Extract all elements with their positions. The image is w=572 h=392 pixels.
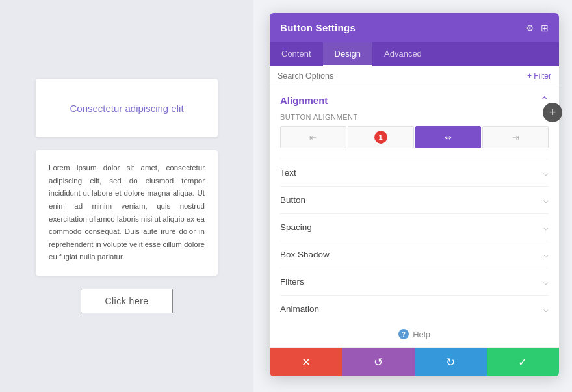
- search-bar: + Filter: [270, 66, 559, 86]
- button-settings-panel: Button Settings ⚙ ⊞ Content Design Advan…: [270, 13, 559, 376]
- panel-title: Button Settings: [280, 22, 356, 33]
- align-option-left[interactable]: ⇤: [280, 126, 346, 148]
- redo-button[interactable]: ↻: [415, 348, 487, 376]
- settings-icon[interactable]: ⚙: [526, 23, 534, 33]
- section-filters[interactable]: Filters ⌵: [280, 268, 549, 295]
- cancel-button[interactable]: ✕: [270, 348, 342, 376]
- panel-tabs: Content Design Advanced: [270, 42, 559, 66]
- align-option-center[interactable]: ⇔: [415, 126, 482, 148]
- save-button[interactable]: ✓: [487, 348, 559, 376]
- panel-header-icons: ⚙ ⊞: [526, 23, 549, 33]
- section-box-shadow-label: Box Shadow: [280, 250, 330, 259]
- canvas-area: Consectetur adipiscing elit Lorem ipsum …: [0, 0, 254, 392]
- click-here-button[interactable]: Click here: [81, 289, 172, 313]
- alignment-label: Button Alignment: [280, 113, 549, 121]
- align-option-badge[interactable]: 1: [348, 126, 414, 148]
- section-filters-label: Filters: [280, 277, 304, 287]
- button-card: Click here: [81, 289, 172, 313]
- align-left-icon: ⇤: [309, 133, 317, 142]
- chevron-animation-icon: ⌵: [543, 304, 549, 314]
- undo-button[interactable]: ↺: [342, 348, 414, 376]
- panel-body: Alignment ⌃ Button Alignment ⇤ 1 ⇔ ⇥ Tex…: [270, 86, 559, 347]
- align-badge: 1: [374, 131, 387, 144]
- tab-advanced[interactable]: Advanced: [372, 42, 434, 66]
- plus-button[interactable]: +: [543, 103, 562, 122]
- align-option-right[interactable]: ⇥: [482, 126, 549, 148]
- help-icon: ?: [398, 329, 409, 339]
- help-label: Help: [413, 330, 430, 339]
- tab-design[interactable]: Design: [323, 42, 372, 66]
- section-button[interactable]: Button ⌵: [280, 186, 549, 213]
- section-spacing-label: Spacing: [280, 222, 312, 232]
- section-spacing[interactable]: Spacing ⌵: [280, 213, 549, 241]
- chevron-box-shadow-icon: ⌵: [543, 250, 549, 259]
- panel-header: Button Settings ⚙ ⊞: [270, 13, 559, 42]
- filter-button[interactable]: + Filter: [527, 72, 551, 81]
- alignment-options: ⇤ 1 ⇔ ⇥: [280, 126, 549, 148]
- align-center-icon: ⇔: [445, 133, 452, 142]
- body-card: Lorem ipsum dolor sit amet, consectetur …: [36, 150, 218, 275]
- tab-content[interactable]: Content: [270, 42, 323, 66]
- chevron-text-icon: ⌵: [543, 168, 549, 177]
- help-row[interactable]: ? Help: [280, 322, 549, 342]
- alignment-title: Alignment: [280, 95, 328, 106]
- chevron-button-icon: ⌵: [543, 195, 549, 205]
- action-bar: ✕ ↺ ↻ ✓: [270, 347, 559, 376]
- section-text[interactable]: Text ⌵: [280, 159, 549, 186]
- section-button-label: Button: [280, 195, 306, 205]
- chevron-spacing-icon: ⌵: [543, 222, 549, 232]
- section-text-label: Text: [280, 168, 296, 177]
- chevron-filters-icon: ⌵: [543, 277, 549, 287]
- alignment-section-header: Alignment ⌃: [280, 94, 549, 107]
- heading-card: Consectetur adipiscing elit: [36, 79, 218, 137]
- heading-text: Consectetur adipiscing elit: [70, 103, 183, 114]
- section-animation-label: Animation: [280, 304, 319, 314]
- search-input[interactable]: [278, 72, 527, 81]
- section-box-shadow[interactable]: Box Shadow ⌵: [280, 241, 549, 268]
- section-animation[interactable]: Animation ⌵: [280, 295, 549, 322]
- align-right-icon: ⇥: [512, 133, 519, 142]
- body-text: Lorem ipsum dolor sit amet, consectetur …: [49, 162, 205, 263]
- layout-icon[interactable]: ⊞: [541, 23, 549, 33]
